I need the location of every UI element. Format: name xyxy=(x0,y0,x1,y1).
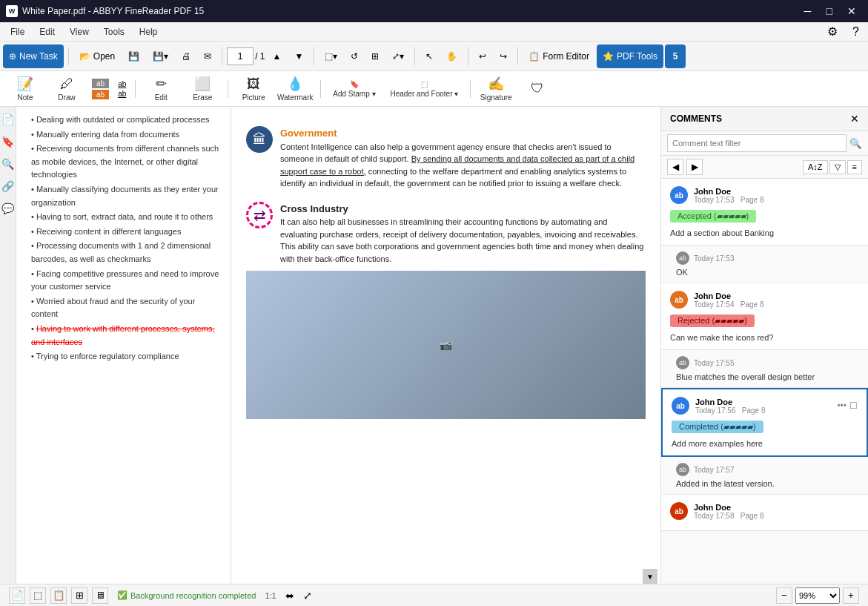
adjust-button[interactable]: ⤢▾ xyxy=(386,45,410,68)
page-tool-1[interactable]: 📄 xyxy=(9,587,25,604)
outline-item[interactable]: • Manually entering data from documents xyxy=(31,128,222,142)
edit-tool-button[interactable]: ✏ Edit xyxy=(142,73,180,105)
minimize-button[interactable]: ─ xyxy=(798,0,818,22)
options-button[interactable]: ≡ xyxy=(847,160,862,174)
fit-page-button[interactable]: ⬌ xyxy=(285,590,294,602)
pdf-tools-icon: ⭐ xyxy=(603,51,614,62)
comment-item[interactable]: ab John Doe Today 17:56 Page 8 ••• ☐ Com… xyxy=(661,388,868,457)
highlight-ab-btn[interactable]: ab xyxy=(92,79,109,88)
comment-filter-input[interactable] xyxy=(667,134,847,152)
undo-button[interactable]: ↩ xyxy=(473,45,492,68)
outline-item[interactable]: • Dealing with outdated or complicated p… xyxy=(31,113,222,128)
scroll-down-button[interactable]: ▼ xyxy=(643,569,657,584)
menu-file[interactable]: File xyxy=(3,25,32,39)
crop-button[interactable]: ⊞ xyxy=(365,45,385,68)
outline-item[interactable]: • Trying to enforce regulatory complianc… xyxy=(31,349,222,364)
fit-width-button[interactable]: ⤢ xyxy=(303,590,312,602)
redo-button[interactable]: ↪ xyxy=(494,45,513,68)
comment-item[interactable]: ab John Doe Today 17:53 Page 8 Accepted … xyxy=(661,179,868,246)
save-button[interactable]: 💾 xyxy=(122,45,145,68)
zoom-out-button[interactable]: − xyxy=(776,587,792,604)
comment-next-button[interactable]: ▶ xyxy=(686,159,703,175)
page-tool-3[interactable]: 📋 xyxy=(50,587,67,604)
comments-close-button[interactable]: ✕ xyxy=(850,113,859,125)
comment-check-button[interactable]: ☐ xyxy=(849,401,858,411)
send-button[interactable]: ✉ xyxy=(198,45,217,68)
erase-tool-button[interactable]: ⬜ Erase xyxy=(183,73,222,105)
outline-item[interactable]: • Manually classifying documents as they… xyxy=(31,182,222,210)
page-input[interactable] xyxy=(227,47,254,65)
page-tool-5[interactable]: 🖥 xyxy=(92,587,108,604)
note-tool-button[interactable]: 📝 Note xyxy=(6,73,44,105)
comment-meta: Today 17:54 Page 8 xyxy=(694,300,764,309)
header-footer-button[interactable]: ⬚ Header and Footer ▾ xyxy=(385,73,465,105)
menu-view[interactable]: View xyxy=(62,25,96,39)
watermark-tool-button[interactable]: 💧 Watermark xyxy=(276,73,314,105)
open-icon: 📂 xyxy=(79,51,90,62)
picture-icon: 🖼 xyxy=(247,76,260,92)
underline-btn1[interactable]: ab xyxy=(118,80,126,88)
page-tool-4[interactable]: ⊞ xyxy=(71,587,87,604)
window-controls[interactable]: ─ □ ✕ xyxy=(798,0,862,22)
new-task-button[interactable]: ⊕ New Task xyxy=(3,45,64,68)
zoom-in-button[interactable]: + xyxy=(843,587,859,604)
page-up-button[interactable]: ▲ xyxy=(267,45,288,68)
menu-help[interactable]: Help xyxy=(132,25,165,39)
outline-item[interactable]: • Receiving content in different languag… xyxy=(31,225,222,240)
comment-prev-button[interactable]: ◀ xyxy=(667,159,683,175)
page-down-button[interactable]: ▼ xyxy=(288,45,309,68)
shield-tool-button[interactable]: 🛡 xyxy=(518,73,557,105)
note-icon: 📝 xyxy=(17,76,33,92)
comment-status: Accepted (▰▰▰▰▰) xyxy=(670,210,756,223)
zoom-select[interactable]: 50%75%99%100%125%150%200% xyxy=(795,587,840,604)
outline-item[interactable]: • Having to work with different processe… xyxy=(31,322,222,349)
nav-page-icon[interactable]: 📄 xyxy=(1,113,15,126)
picture-tool-button[interactable]: 🖼 Picture xyxy=(234,73,273,105)
nav-bookmark-icon[interactable]: 🔖 xyxy=(1,135,15,148)
nav-search-icon[interactable]: 🔍 xyxy=(1,157,15,171)
reply-text: Added in the latest version. xyxy=(676,479,859,488)
counter-button[interactable]: 5 xyxy=(665,45,686,68)
comment-status: Completed (▰▰▰▰▰) xyxy=(672,421,763,433)
reply-meta: Today 17:57 xyxy=(694,466,735,474)
outline-item[interactable]: • Processing documents with 1 and 2 dime… xyxy=(31,239,222,266)
outline-item[interactable]: • Facing competitive pressures and need … xyxy=(31,267,222,294)
outline-item[interactable]: • Having to sort, extract data, and rout… xyxy=(31,210,222,225)
government-icon: 🏛 xyxy=(246,126,273,153)
outline-item[interactable]: • Worried about fraud and the security o… xyxy=(31,294,222,322)
cross-industry-icon: ⇄ xyxy=(246,202,273,228)
erase-icon: ⬜ xyxy=(194,76,211,92)
pan-button[interactable]: ✋ xyxy=(440,45,463,68)
page-tool-2[interactable]: ⬚ xyxy=(30,587,46,604)
print-button[interactable]: 🖨 xyxy=(176,45,196,68)
close-button[interactable]: ✕ xyxy=(841,0,862,22)
form-editor-button[interactable]: 📋 Form Editor xyxy=(523,45,595,68)
pdf-page: 🏛 Government Content Intelligence can al… xyxy=(231,107,660,584)
comment-item[interactable]: ab John Doe Today 17:58 Page 8 xyxy=(661,495,868,531)
settings-button[interactable]: ⚙ xyxy=(821,20,844,44)
arrow-select-button[interactable]: ↖ xyxy=(420,45,439,68)
draw-tool-button[interactable]: 🖊 Draw xyxy=(47,73,86,105)
comment-search-button[interactable]: 🔍 xyxy=(849,138,862,149)
nav-comment-icon[interactable]: 💬 xyxy=(1,202,15,215)
signature-icon: ✍ xyxy=(488,76,504,92)
menu-edit[interactable]: Edit xyxy=(32,25,62,39)
open-button[interactable]: 📂 Open xyxy=(73,45,121,68)
outline-item[interactable]: • Receiving documents from different cha… xyxy=(31,142,222,182)
select-mode-button[interactable]: ⬚▾ xyxy=(319,45,343,68)
add-stamp-button[interactable]: 🔖 Add Stamp ▾ xyxy=(327,73,381,105)
comment-item[interactable]: ab John Doe Today 17:54 Page 8 Rejected … xyxy=(661,283,868,350)
maximize-button[interactable]: □ xyxy=(821,0,838,22)
underline-btn2[interactable]: ab xyxy=(118,90,126,98)
strikethrough-ab-btn[interactable]: ab xyxy=(92,90,109,99)
save-as-button[interactable]: 💾▾ xyxy=(147,45,174,68)
sort-az-button[interactable]: A↕Z xyxy=(803,160,828,174)
pdf-tools-button[interactable]: ⭐ PDF Tools xyxy=(597,45,663,68)
help-button[interactable]: ? xyxy=(847,20,865,44)
refresh-button[interactable]: ↺ xyxy=(345,45,364,68)
filter-button[interactable]: ▽ xyxy=(829,160,846,174)
menu-tools[interactable]: Tools xyxy=(96,25,132,39)
signature-tool-button[interactable]: ✍ Signature xyxy=(477,73,515,105)
comment-menu-button[interactable]: ••• xyxy=(837,401,847,411)
nav-link-icon[interactable]: 🔗 xyxy=(1,180,15,193)
